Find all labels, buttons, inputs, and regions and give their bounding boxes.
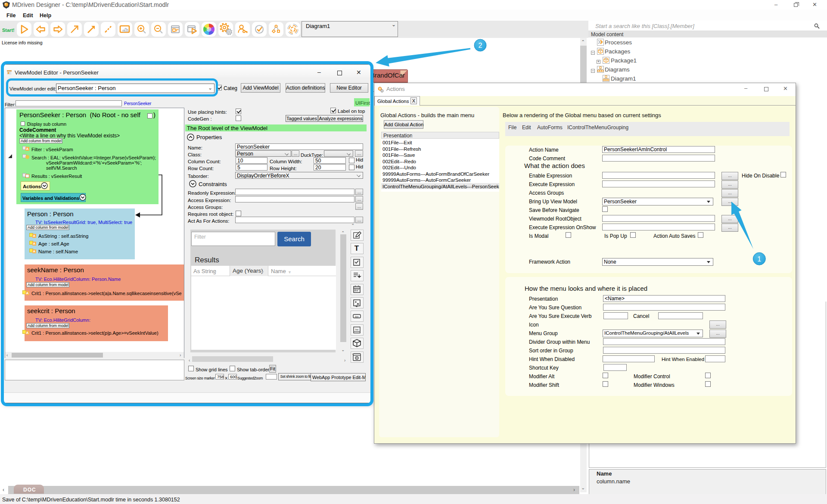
svg-text:2: 2 — [479, 42, 482, 49]
